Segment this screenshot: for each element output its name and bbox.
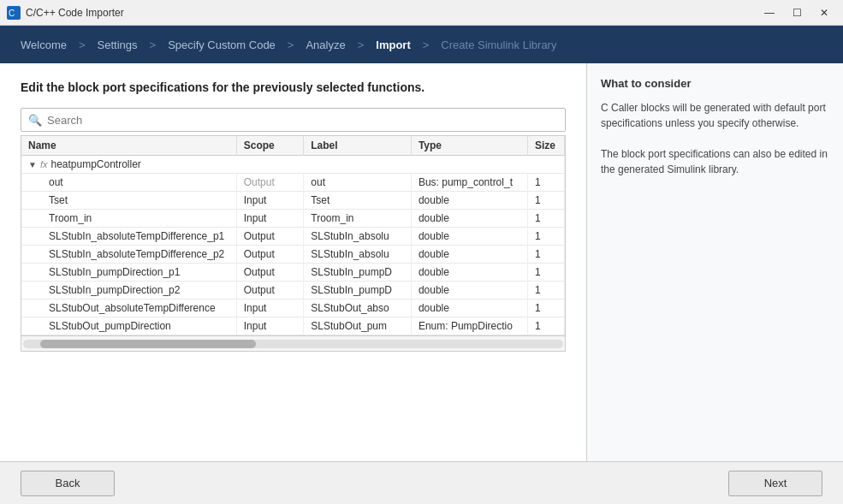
scroll-track — [23, 340, 563, 348]
row-type: double — [411, 246, 527, 264]
function-row[interactable]: ▼ fx heatpumpController — [21, 156, 565, 174]
row-scope: Output — [236, 246, 304, 264]
row-label: Troom_in — [304, 210, 412, 228]
search-bar[interactable]: 🔍 — [21, 108, 566, 132]
table-header-row: Name Scope Label Type Size — [21, 136, 565, 156]
col-label: Label — [304, 136, 412, 156]
row-scope: Input — [236, 317, 304, 335]
nav-analyze[interactable]: Analyze — [299, 35, 352, 55]
table-wrapper: Name Scope Label Type Size ▼ fx — [21, 135, 566, 352]
nav-settings[interactable]: Settings — [91, 35, 145, 55]
content-area: Edit the block port specifications for t… — [0, 63, 586, 461]
row-type: double — [411, 299, 527, 317]
table-row[interactable]: SLStubOut_pumpDirection Input SLStubOut_… — [21, 317, 565, 335]
row-label: SLStubIn_pumpD — [304, 264, 412, 282]
main-layout: Edit the block port specifications for t… — [0, 63, 843, 461]
row-label: SLStubOut_pum — [304, 317, 412, 335]
row-type: double — [411, 192, 527, 210]
row-scope: Input — [236, 210, 304, 228]
next-button[interactable]: Next — [728, 471, 822, 496]
row-name: out — [21, 174, 236, 192]
row-scope: Output — [236, 174, 304, 192]
nav-specify-custom-code[interactable]: Specify Custom Code — [161, 35, 282, 55]
row-size: 1 — [528, 317, 565, 335]
row-name: SLStubIn_pumpDirection_p2 — [21, 282, 236, 299]
row-size: 1 — [528, 246, 565, 264]
function-name: heatpumpController — [50, 158, 140, 170]
col-size: Size — [528, 136, 565, 156]
table-row[interactable]: SLStubIn_absoluteTempDifference_p2 Outpu… — [21, 246, 565, 264]
table-row[interactable]: Tset Input Tset double 1 — [21, 192, 565, 210]
row-size: 1 — [528, 192, 565, 210]
row-type: Bus: pump_control_t — [411, 174, 527, 192]
maximize-button[interactable]: ☐ — [785, 4, 809, 21]
col-name: Name — [21, 136, 236, 156]
window-controls: — ☐ ✕ — [757, 4, 836, 21]
table-row[interactable]: out Output out Bus: pump_control_t 1 — [21, 174, 565, 192]
row-size: 1 — [528, 210, 565, 228]
nav-sep-3: > — [286, 39, 296, 51]
side-panel-text: C Caller blocks will be generated with d… — [601, 100, 829, 177]
fx-badge: fx — [40, 159, 48, 169]
row-name: SLStubOut_absoluteTempDifference — [21, 299, 236, 317]
nav-sep-4: > — [356, 39, 366, 51]
nav-create-simulink-library: Create Simulink Library — [434, 35, 563, 55]
row-type: double — [411, 264, 527, 282]
svg-text:C: C — [9, 9, 15, 18]
row-name: SLStubOut_pumpDirection — [21, 317, 236, 335]
row-size: 1 — [528, 228, 565, 246]
col-scope: Scope — [236, 136, 304, 156]
search-icon: 🔍 — [28, 114, 42, 127]
row-name: Troom_in — [21, 210, 236, 228]
row-scope: Input — [236, 299, 304, 317]
row-type: double — [411, 210, 527, 228]
title-bar: C C/C++ Code Importer — ☐ ✕ — [0, 0, 843, 26]
footer: Back Next — [0, 461, 843, 504]
nav-sep-5: > — [421, 39, 431, 51]
side-panel-title: What to consider — [601, 77, 829, 90]
row-name: SLStubIn_absoluteTempDifference_p2 — [21, 246, 236, 264]
row-name: SLStubIn_absoluteTempDifference_p1 — [21, 228, 236, 246]
table-row[interactable]: SLStubIn_pumpDirection_p1 Output SLStubI… — [21, 264, 565, 282]
row-name: Tset — [21, 192, 236, 210]
nav-sep-2: > — [148, 39, 158, 51]
nav-sep-1: > — [77, 39, 87, 51]
row-type: double — [411, 282, 527, 299]
row-label: Tset — [304, 192, 412, 210]
table-row[interactable]: SLStubOut_absoluteTempDifference Input S… — [21, 299, 565, 317]
nav-import[interactable]: Import — [369, 35, 417, 55]
nav-welcome[interactable]: Welcome — [14, 35, 74, 55]
col-type: Type — [411, 136, 527, 156]
row-type: double — [411, 228, 527, 246]
row-size: 1 — [528, 174, 565, 192]
row-scope: Output — [236, 228, 304, 246]
table-row[interactable]: SLStubIn_pumpDirection_p2 Output SLStubI… — [21, 282, 565, 299]
close-button[interactable]: ✕ — [812, 4, 836, 21]
side-panel: What to consider C Caller blocks will be… — [586, 63, 843, 461]
row-size: 1 — [528, 299, 565, 317]
search-input[interactable] — [47, 114, 558, 127]
back-button[interactable]: Back — [21, 471, 115, 496]
table-row[interactable]: Troom_in Input Troom_in double 1 — [21, 210, 565, 228]
row-scope: Output — [236, 282, 304, 299]
function-name-cell: ▼ fx heatpumpController — [21, 156, 565, 174]
app-icon: C — [7, 6, 21, 20]
row-label: out — [304, 174, 412, 192]
row-label: SLStubIn_pumpD — [304, 282, 412, 299]
horizontal-scrollbar[interactable] — [21, 335, 565, 351]
row-scope: Output — [236, 264, 304, 282]
row-label: SLStubIn_absolu — [304, 246, 412, 264]
row-size: 1 — [528, 282, 565, 299]
scroll-thumb[interactable] — [40, 340, 256, 348]
minimize-button[interactable]: — — [757, 4, 781, 21]
row-name: SLStubIn_pumpDirection_p1 — [21, 264, 236, 282]
expand-arrow-icon[interactable]: ▼ — [28, 160, 37, 169]
window-title: C/C++ Code Importer — [26, 7, 757, 19]
row-scope: Input — [236, 192, 304, 210]
nav-bar: Welcome > Settings > Specify Custom Code… — [0, 26, 843, 63]
row-type: Enum: PumpDirectio — [411, 317, 527, 335]
table-row[interactable]: SLStubIn_absoluteTempDifference_p1 Outpu… — [21, 228, 565, 246]
row-label: SLStubOut_abso — [304, 299, 412, 317]
data-table: Name Scope Label Type Size ▼ fx — [21, 136, 565, 335]
row-size: 1 — [528, 264, 565, 282]
